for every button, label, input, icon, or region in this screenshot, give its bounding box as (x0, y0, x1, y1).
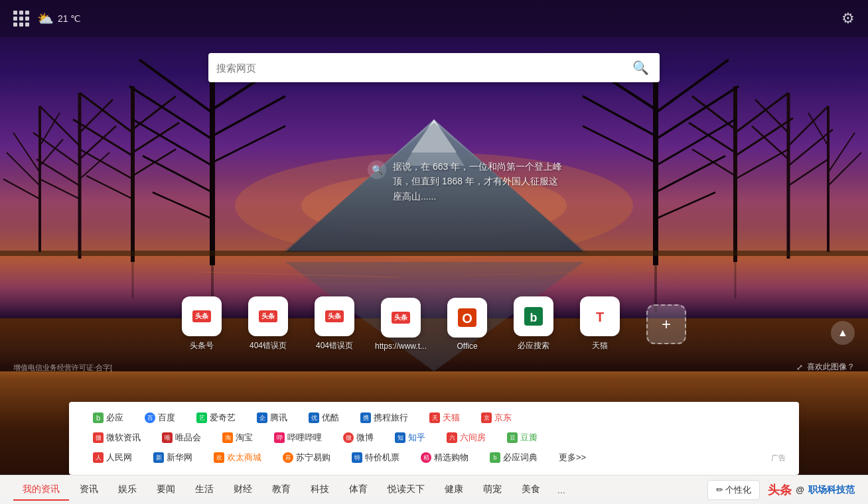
taobao-icon: 淘 (222, 432, 233, 443)
link-label: 百度 (158, 412, 175, 424)
link-label: 更多>> (559, 452, 586, 464)
svg-text:b: b (530, 311, 538, 324)
info-text: 据说，在 663 年，一位和尚第一个登上峰顶，但直到 1868 年，才有外国人征… (393, 159, 567, 204)
link-label: 精选购物 (434, 452, 469, 464)
nav-item-pets[interactable]: 萌宠 (474, 479, 511, 501)
zhihu-icon: 知 (395, 432, 405, 443)
personalize-button[interactable]: ✏ 个性化 (707, 480, 760, 500)
link-baidu[interactable]: 百 百度 (134, 410, 186, 426)
link-zhihu[interactable]: 知 知乎 (384, 430, 436, 446)
link-label: 六间房 (460, 432, 486, 444)
nav-item-tech[interactable]: 科技 (301, 479, 338, 501)
nav-item-reading[interactable]: 悦读天下 (378, 479, 434, 501)
quick-link-label: Office (457, 342, 477, 351)
personalize-label: ✏ 个性化 (716, 484, 752, 496)
quick-link-tmall[interactable]: T 天猫 (573, 296, 626, 351)
iqiyi-icon: 艺 (196, 412, 207, 423)
ctrip-icon: 携 (360, 412, 371, 423)
ad-label: 广告 (771, 453, 786, 463)
quick-link-icon-tmall: T (580, 296, 620, 336)
search-button[interactable]: 🔍 (630, 57, 652, 78)
link-label: 携程旅行 (374, 412, 408, 424)
link-biying[interactable]: b 必应 (82, 410, 134, 426)
xinhua-icon: 新 (153, 452, 164, 463)
nav-more[interactable]: ... (551, 481, 572, 499)
quick-link-add[interactable]: + (640, 304, 693, 344)
link-label: 欢太商城 (227, 452, 261, 464)
link-tmall[interactable]: 天 天猫 (419, 410, 470, 426)
link-label: 新华网 (167, 452, 192, 464)
link-iqiyi[interactable]: 艺 爱奇艺 (186, 410, 246, 426)
link-peopledaily[interactable]: 人 人民网 (82, 450, 143, 466)
link-more[interactable]: 更多>> (548, 450, 597, 466)
link-xinhua[interactable]: 新 新华网 (143, 450, 203, 466)
link-shopping[interactable]: 精 精选购物 (410, 450, 479, 466)
link-vip[interactable]: 唯 唯品会 (151, 430, 212, 446)
link-bilibili[interactable]: 哔 哔哩哔哩 (263, 430, 332, 446)
quick-link-icon-toutiao3: 头条 (315, 296, 354, 336)
link-weibo[interactable]: 微 微博 (332, 430, 384, 446)
link-liujianfang[interactable]: 六 六间房 (436, 430, 496, 446)
link-label: 淘宝 (236, 432, 253, 444)
peopledaily-icon: 人 (93, 452, 104, 463)
link-label: 微软资讯 (106, 432, 141, 444)
links-panel: b 必应 百 百度 艺 爱奇艺 企 腾讯 优 优酷 携 携程旅行 天 天猫 京 (69, 402, 799, 475)
quick-link-item[interactable]: 头条 404错误页 (242, 296, 295, 351)
link-jd[interactable]: 京 京东 (470, 410, 522, 426)
link-label: 豆瓣 (520, 432, 538, 444)
weibo-icon: 微 (343, 432, 354, 443)
tmall-icon: 天 (429, 412, 440, 423)
quick-link-item[interactable]: 头条 404错误页 (308, 296, 361, 351)
link-label: 微博 (356, 432, 374, 444)
nav-item-health[interactable]: 健康 (435, 479, 472, 501)
link-taobao[interactable]: 淘 淘宝 (212, 430, 263, 446)
link-msn[interactable]: 微 微软资讯 (82, 430, 151, 446)
huantai-icon: 欢 (214, 452, 224, 463)
suning-icon: 苏 (283, 452, 293, 463)
nav-item-news[interactable]: 资讯 (70, 479, 108, 501)
link-label: 天猫 (443, 412, 460, 424)
quick-link-icon-bing: b (514, 296, 553, 336)
quick-link-office[interactable]: O Office (441, 298, 494, 351)
settings-button[interactable]: ⚙ (841, 10, 855, 27)
quick-link-item[interactable]: 头条 https://www.t... (374, 298, 427, 351)
link-label: 腾讯 (270, 412, 287, 424)
nav-items: 我的资讯 资讯 娱乐 要闻 生活 财经 教育 科技 体育 悦读天下 健康 萌宠 … (13, 479, 707, 501)
nav-item-life[interactable]: 生活 (186, 479, 223, 501)
like-image-button[interactable]: ⤢ 喜欢此图像？ (796, 361, 855, 373)
links-row-2: 微 微软资讯 唯 唯品会 淘 淘宝 哔 哔哩哔哩 微 微博 知 知乎 六 六间房… (82, 430, 786, 446)
nav-item-finance[interactable]: 财经 (224, 479, 261, 501)
link-label: 爱奇艺 (210, 412, 236, 424)
link-huantai[interactable]: 欢 欢太商城 (203, 450, 272, 466)
nav-item-food[interactable]: 美食 (512, 479, 549, 501)
svg-text:O: O (462, 311, 472, 326)
link-youku[interactable]: 优 优酷 (298, 410, 350, 426)
quick-link-bing[interactable]: b 必应搜索 (507, 296, 560, 351)
link-suning[interactable]: 苏 苏宁易购 (272, 450, 341, 466)
apps-button[interactable] (13, 11, 29, 27)
link-cheapticket[interactable]: 特 特价机票 (341, 450, 410, 466)
link-douban[interactable]: 豆 豆瓣 (496, 430, 548, 446)
nav-item-sports[interactable]: 体育 (340, 479, 377, 501)
quick-link-item[interactable]: 头条 头条号 (175, 296, 228, 351)
nav-right: ✏ 个性化 头条 @ 职场科技范 (707, 480, 855, 500)
quick-link-label: 必应搜索 (518, 340, 549, 351)
weather-icon: ⛅ (37, 11, 54, 27)
quick-links: 头条 头条号 头条 404错误页 头条 404错误页 头条 https://ww… (175, 296, 693, 351)
scroll-up-button[interactable]: ▲ (831, 321, 855, 345)
baidu-icon: 百 (145, 412, 155, 423)
link-label: 苏宁易购 (296, 452, 330, 464)
link-bingdict[interactable]: b 必应词典 (479, 450, 548, 466)
toutiao-brand: 头条 @ 职场科技范 (768, 482, 855, 498)
link-ctrip[interactable]: 携 携程旅行 (350, 410, 419, 426)
shopping-icon: 精 (421, 452, 431, 463)
link-tencent[interactable]: 企 腾讯 (246, 410, 298, 426)
nav-item-headlines[interactable]: 要闻 (147, 479, 184, 501)
nav-item-myinfo[interactable]: 我的资讯 (13, 479, 69, 501)
youku-icon: 优 (309, 412, 319, 423)
weather-widget[interactable]: ⛅ 21 ℃ (37, 11, 81, 27)
search-input[interactable] (216, 62, 630, 74)
quick-link-label: 404错误页 (250, 340, 287, 351)
nav-item-education[interactable]: 教育 (263, 479, 300, 501)
nav-item-entertainment[interactable]: 娱乐 (109, 479, 146, 501)
